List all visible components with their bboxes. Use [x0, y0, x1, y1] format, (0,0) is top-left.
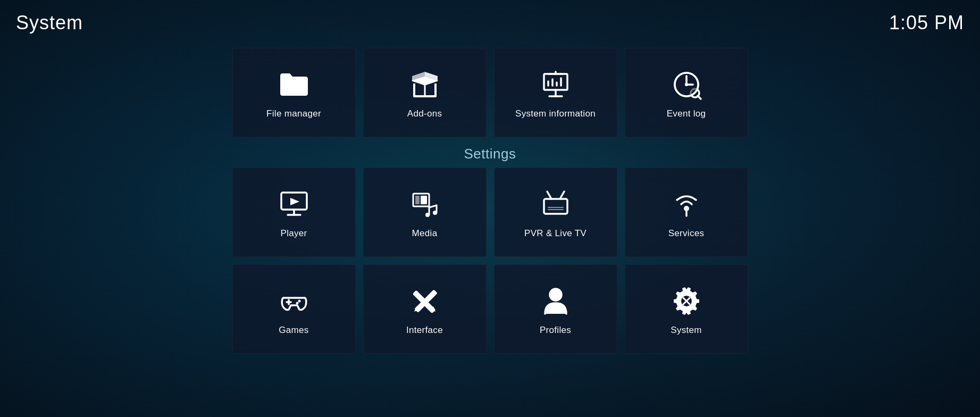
media-icon — [406, 186, 443, 223]
settings-heading: Settings — [464, 146, 516, 162]
svg-line-33 — [547, 191, 551, 199]
settings-rows: Player — [232, 168, 748, 354]
page-title: System — [16, 12, 83, 34]
services-icon — [668, 186, 705, 223]
clock: 1:05 PM — [889, 12, 964, 34]
tile-player[interactable]: Player — [232, 168, 356, 257]
tile-services-label: Services — [668, 228, 705, 239]
tile-system-settings[interactable]: System — [625, 264, 748, 354]
system-settings-icon — [668, 282, 705, 320]
tile-pvr-label: PVR & Live TV — [524, 228, 587, 239]
svg-point-42 — [296, 302, 298, 305]
folder-icon — [275, 66, 313, 103]
tile-media-label: Media — [412, 228, 438, 239]
event-log-icon — [668, 66, 705, 103]
tile-file-manager-label: File manager — [266, 109, 321, 119]
svg-rect-25 — [415, 196, 420, 204]
settings-row-2: Games Interface — [232, 264, 748, 354]
pvr-icon — [537, 186, 574, 223]
tile-games[interactable]: Games — [232, 264, 356, 354]
addons-icon — [406, 66, 443, 103]
settings-row-1: Player — [232, 168, 748, 257]
tile-system-information-label: System information — [515, 109, 596, 119]
tile-profiles-label: Profiles — [540, 325, 571, 336]
tile-player-label: Player — [281, 228, 307, 239]
tile-games-label: Games — [279, 325, 308, 336]
tile-file-manager[interactable]: File manager — [232, 48, 356, 137]
svg-point-31 — [433, 211, 437, 215]
system-info-icon — [537, 66, 574, 103]
tile-interface[interactable]: Interface — [363, 264, 487, 354]
interface-icon — [406, 282, 443, 320]
tile-media[interactable]: Media — [363, 168, 487, 257]
svg-rect-32 — [544, 199, 567, 214]
svg-rect-26 — [421, 196, 427, 204]
tile-pvr[interactable]: PVR & Live TV — [494, 168, 617, 257]
svg-line-34 — [560, 191, 564, 199]
profiles-icon — [537, 282, 574, 320]
tile-event-log-label: Event log — [667, 109, 706, 119]
svg-marker-21 — [290, 198, 299, 205]
tile-profiles[interactable]: Profiles — [494, 264, 617, 354]
tile-system-settings-label: System — [671, 325, 701, 336]
tile-system-information[interactable]: System information — [494, 48, 617, 137]
tile-interface-label: Interface — [406, 325, 443, 336]
games-icon — [275, 282, 313, 320]
svg-point-41 — [298, 300, 300, 303]
svg-line-28 — [429, 205, 437, 207]
svg-line-14 — [698, 96, 701, 99]
tile-services[interactable]: Services — [625, 168, 748, 257]
main-content: File manager Add-ons — [0, 43, 980, 417]
tile-add-ons-label: Add-ons — [407, 109, 442, 119]
player-icon — [275, 186, 313, 223]
svg-point-30 — [425, 213, 430, 217]
tile-add-ons[interactable]: Add-ons — [363, 48, 487, 137]
tile-event-log[interactable]: Event log — [625, 48, 748, 137]
svg-point-51 — [551, 289, 560, 299]
top-row: File manager Add-ons — [232, 48, 748, 137]
